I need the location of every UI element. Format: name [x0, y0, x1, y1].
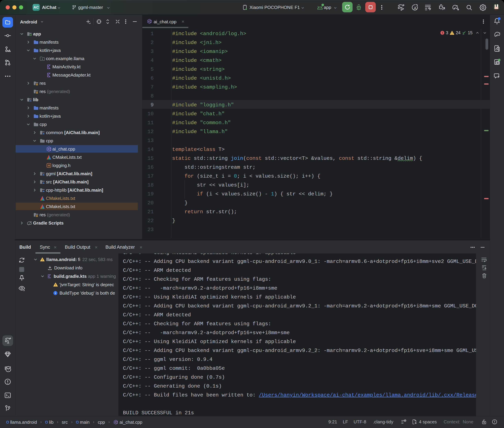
- svg-text:C: C: [115, 421, 117, 424]
- svg-text:C: C: [148, 20, 150, 23]
- svg-text:A: A: [414, 6, 417, 10]
- svg-text:C: C: [48, 148, 50, 151]
- svg-text:H: H: [48, 164, 50, 167]
